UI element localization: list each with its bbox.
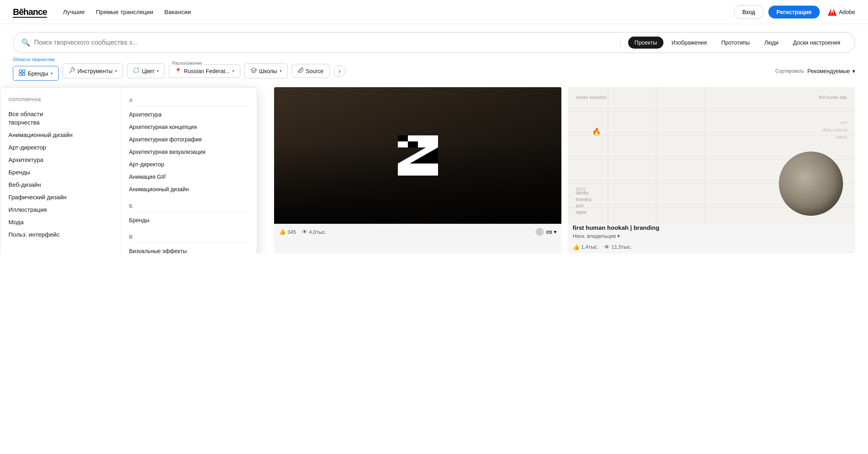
dropdown-illustration[interactable]: Иллюстрация [8, 203, 113, 216]
section-letter-v: В [129, 231, 249, 243]
dropdown-alphabetical-section: А Архитектура Архитектурная концепция Ар… [121, 88, 257, 254]
eye-icon: 👁 [302, 229, 307, 235]
svg-marker-5 [251, 68, 256, 71]
dropdown-item-gif[interactable]: Анимация GIF [129, 171, 249, 183]
dropdown-architecture[interactable]: Архитектура [8, 153, 113, 166]
dropdown-item-vfx[interactable]: Визуальные эффекты [129, 245, 249, 254]
search-icon: 🔍 [21, 38, 30, 47]
section-letter-b: Б [129, 200, 249, 212]
tab-projects[interactable]: Проекты [628, 37, 663, 49]
paperclip-icon [298, 67, 303, 74]
hookah-likes-count: 1,4тыс. [581, 244, 598, 250]
card-hookah-author: Неск. владельцев ▾ [573, 233, 850, 239]
logo[interactable]: Bēhance [13, 7, 47, 17]
hookah-views-count: 11,5тыс. [611, 244, 632, 250]
card-z-author: ев ▾ [546, 229, 557, 235]
dropdown-ui[interactable]: Польз. интерфейс [8, 228, 113, 241]
login-button[interactable]: Вход [734, 5, 764, 19]
card-z-views: 👁 4,0тыс. [302, 229, 326, 235]
svg-rect-0 [19, 70, 22, 72]
dropdown-item-brands[interactable]: Бренды [129, 214, 249, 227]
card-z-footer: 👍 345 👁 4,0тыс. ев ▾ [274, 224, 561, 239]
tools-chevron-icon: ▾ [115, 69, 117, 73]
hookah-top-right: first human stay [819, 95, 847, 100]
creative-fields-value: Бренды [28, 70, 48, 77]
dropdown-animation[interactable]: Анимационный дизайн [8, 129, 113, 141]
header: Bēhance Лучшие Прямые трансляции Ваканси… [0, 0, 868, 24]
sort-value: Рекомендуемые [807, 68, 850, 74]
views-count: 4,0тыс. [309, 229, 326, 235]
tools-label: Инструменты [78, 68, 113, 74]
card-hookah-footer: 👍 1,4тыс. 👁 11,5тыс. [568, 244, 855, 254]
paperclip-svg-icon [298, 67, 303, 73]
school-icon [250, 67, 257, 75]
dropdown-item-anim-design[interactable]: Анимационный дизайн [129, 183, 249, 196]
nav-best[interactable]: Лучшие [63, 8, 85, 15]
likes-count: 345 [287, 229, 296, 235]
brands-icon [19, 70, 25, 77]
section-letter-a: А [129, 94, 249, 106]
nav-jobs[interactable]: Вакансии [164, 8, 191, 15]
color-button[interactable]: Цвет ▾ [127, 63, 165, 78]
location-value: Russian Federat... [184, 68, 229, 74]
card-z-image [274, 87, 561, 224]
svg-rect-10 [408, 141, 418, 147]
dropdown-fashion[interactable]: Мода [8, 216, 113, 228]
creative-fields-button[interactable]: Бренды ▾ [13, 66, 59, 81]
tab-people[interactable]: Люди [758, 37, 785, 49]
source-button[interactable]: Source [292, 64, 330, 78]
register-button[interactable]: Регистрация [768, 6, 820, 18]
header-actions: Вход Регистрация Adobe [734, 5, 855, 19]
dropdown-item-art-director[interactable]: Арт-директор [129, 158, 249, 171]
dropdown-item-arch-photo[interactable]: Архитектурная фотография [129, 133, 249, 146]
schools-chevron-icon: ▾ [280, 69, 282, 73]
card-hookah-likes: 👍 1,4тыс. [573, 244, 598, 250]
chevron-down-icon: ▾ [51, 71, 53, 76]
tools-icon [69, 67, 75, 75]
main-area: ПОПУЛЯРНОЕ Все областитворчества Анимаци… [0, 87, 868, 254]
sort-wrapper: Сортировать Рекомендуемые ▾ [775, 68, 855, 74]
avatar [536, 228, 544, 236]
svg-rect-9 [398, 135, 408, 141]
tab-moodboards[interactable]: Доски настроения [786, 37, 847, 49]
next-filter-button[interactable]: › [334, 65, 346, 77]
schools-button[interactable]: Школы ▾ [244, 63, 288, 78]
svg-rect-1 [23, 70, 25, 72]
color-chevron-icon: ▾ [157, 69, 159, 73]
tools-button[interactable]: Инструменты ▾ [63, 63, 123, 78]
sort-select[interactable]: Рекомендуемые ▾ [807, 68, 855, 74]
source-label: Source [306, 68, 323, 74]
location-pin-icon: 📍 [175, 68, 181, 74]
z-logo-svg [390, 127, 446, 184]
card-z-logo: 👍 345 👁 4,0тыс. ев ▾ [274, 87, 561, 254]
nav-live[interactable]: Прямые трансляции [96, 8, 153, 15]
dropdown-graphic-design[interactable]: Графический дизайн [8, 191, 113, 203]
sort-label: Сортировать [775, 68, 804, 74]
card-hookah-stats: 👍 1,4тыс. 👁 11,5тыс. [573, 244, 632, 250]
dropdown-webdesign[interactable]: Веб-дизайн [8, 178, 113, 191]
dropdown-item-arch-concept[interactable]: Архитектурная концепция [129, 121, 249, 133]
hookah-flame-icon: 🔥 [592, 127, 601, 136]
dropdown-item-arch-viz[interactable]: Архитектурная визуализация [129, 146, 249, 158]
creative-fields-label: Области творчества [13, 57, 59, 62]
hookah-rock-image [779, 151, 843, 216]
hookah-like-icon: 👍 [573, 244, 579, 250]
dropdown-all-fields[interactable]: Все областитворчества [8, 108, 113, 129]
sort-chevron-icon: ▾ [852, 68, 855, 74]
card-hookah-title: first human hookah | branding [573, 224, 850, 232]
location-chevron-icon: ▾ [232, 69, 234, 73]
creative-fields-dropdown: ПОПУЛЯРНОЕ Все областитворчества Анимаци… [0, 87, 257, 254]
tab-prototypes[interactable]: Прототипы [715, 37, 756, 49]
dropdown-item-architecture[interactable]: Архитектура [129, 108, 249, 121]
card-z-stats: 👍 345 👁 4,0тыс. [279, 229, 326, 235]
card-hookah-meta: first human hookah | branding Неск. влад… [568, 224, 855, 244]
schools-label: Школы [259, 68, 277, 74]
adobe-logo: Adobe [828, 8, 855, 16]
location-button[interactable]: 📍 Russian Federat... ▾ [169, 64, 240, 78]
tab-images[interactable]: Изображения [665, 37, 713, 49]
search-input[interactable] [34, 39, 613, 46]
color-label: Цвет [142, 68, 154, 74]
card-hookah-views: 👁 11,5тыс. [604, 244, 632, 250]
dropdown-art-director[interactable]: Арт-директор [8, 141, 113, 153]
dropdown-brands[interactable]: Бренды [8, 166, 113, 178]
